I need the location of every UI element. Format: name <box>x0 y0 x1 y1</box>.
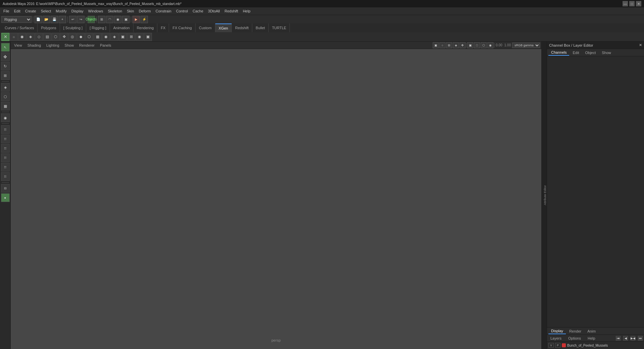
menu-select[interactable]: Select <box>39 8 53 14</box>
tab-polygons[interactable]: Polygons <box>38 23 60 32</box>
menu-display[interactable]: Display <box>69 8 86 14</box>
sculpt-btn[interactable]: ◉ <box>18 33 26 41</box>
wire-btn[interactable]: ⬡ <box>85 33 93 41</box>
paint-tool[interactable]: ▦ <box>1 102 10 110</box>
tab-rigging[interactable]: [ Rigging ] <box>86 23 110 32</box>
vertex-mode[interactable]: ☷ <box>1 135 10 143</box>
component-mode[interactable]: ☷ <box>1 125 10 134</box>
tab-edit[interactable]: Edit <box>570 50 582 55</box>
vp-renderer-menu[interactable]: Renderer <box>77 43 97 48</box>
close-button[interactable]: ✕ <box>636 1 641 6</box>
layer-visibility-v[interactable]: V <box>548 343 554 348</box>
snap-grid-btn[interactable]: ⊞ <box>98 16 105 23</box>
open-btn[interactable]: 📂 <box>43 16 50 23</box>
options-menu[interactable]: Options <box>566 336 583 341</box>
maximize-button[interactable]: □ <box>629 1 635 6</box>
color-space-select[interactable]: sRGB gamma <box>512 43 540 48</box>
blur-btn[interactable]: ◉ <box>102 33 110 41</box>
vp-icon5[interactable]: ✥ <box>460 42 466 48</box>
tab-show[interactable]: Show <box>599 50 614 55</box>
spray-btn[interactable]: ▣ <box>144 33 152 41</box>
vp-icon9[interactable]: ◉ <box>487 42 493 48</box>
viewport[interactable]: View Shading Lighting Show Renderer Pane… <box>11 42 541 349</box>
tab-turtle[interactable]: TURTLE <box>269 23 290 32</box>
vp-icon6[interactable]: ▣ <box>467 42 473 48</box>
layer-color-swatch[interactable] <box>562 343 566 347</box>
color-btn[interactable]: ■ <box>1 193 10 202</box>
vp-show-menu[interactable]: Show <box>63 43 76 48</box>
menu-edit[interactable]: Edit <box>12 8 22 14</box>
channel-box-close[interactable]: ✕ <box>639 43 642 47</box>
help-menu[interactable]: Help <box>586 336 597 341</box>
displace-btn[interactable]: ◆ <box>77 33 85 41</box>
new-scene-btn[interactable]: 📄 <box>35 16 42 23</box>
ipr-btn[interactable]: ⚡ <box>141 16 148 23</box>
menu-skeleton[interactable]: Skeleton <box>106 8 124 14</box>
snap-curve-btn[interactable]: ◠ <box>106 16 113 23</box>
scale-tool[interactable]: ⊞ <box>1 71 10 80</box>
menu-constrain[interactable]: Constrain <box>154 8 173 14</box>
flatten-btn[interactable]: ▤ <box>43 33 51 41</box>
undo-btn[interactable]: ↩ <box>69 16 76 23</box>
vp-icon7[interactable]: □ <box>474 42 480 48</box>
snap-tool[interactable]: ◈ <box>1 83 10 92</box>
layer-nav-last[interactable]: ⏭ <box>638 336 643 341</box>
vp-icon1[interactable]: ▣ <box>433 42 439 48</box>
tab-xgen[interactable]: XGen <box>215 23 232 32</box>
layer-nav-next-prev[interactable]: ▶◀ <box>631 336 635 341</box>
layer-btn[interactable]: ▦ <box>94 33 102 41</box>
erase-btn[interactable]: ⊞ <box>127 33 135 41</box>
subtab-anim[interactable]: Anim <box>585 329 598 334</box>
select-tool-btn[interactable]: ✕ <box>1 33 9 41</box>
viewport-3d-area[interactable]: X Y Z persp <box>11 49 541 349</box>
vp-view-menu[interactable]: View <box>12 43 24 48</box>
vp-shading-menu[interactable]: Shading <box>25 43 43 48</box>
edge-mode[interactable]: ☷ <box>1 144 10 153</box>
lasso-select[interactable]: ◉ <box>1 113 10 122</box>
vp-lighting-menu[interactable]: Lighting <box>44 43 61 48</box>
menu-deform[interactable]: Deform <box>137 8 153 14</box>
vp-icon2[interactable]: ○ <box>439 42 445 48</box>
subtab-display[interactable]: Display <box>548 328 566 334</box>
menu-3dtoall[interactable]: 3DtoAll <box>206 8 222 14</box>
menu-skin[interactable]: Skin <box>125 8 136 14</box>
tab-bullet[interactable]: Bullet <box>252 23 269 32</box>
project-btn[interactable]: ▣ <box>119 33 127 41</box>
menu-file[interactable]: File <box>1 8 11 14</box>
uv-mode[interactable]: ☷ <box>1 163 10 171</box>
save-inc-btn[interactable]: + <box>59 16 66 23</box>
grab-btn[interactable]: ✥ <box>60 33 68 41</box>
menu-redshift[interactable]: Redshift <box>223 8 240 14</box>
subtab-render[interactable]: Render <box>567 329 584 334</box>
pinch-btn[interactable]: ◇ <box>35 33 43 41</box>
snap-view-btn[interactable]: ▣ <box>122 16 129 23</box>
vp-panels-menu[interactable]: Panels <box>98 43 113 48</box>
vp-icon8[interactable]: ⬡ <box>481 42 487 48</box>
multi-mode[interactable]: ☷ <box>1 172 10 181</box>
menu-create[interactable]: Create <box>23 8 38 14</box>
tab-custom[interactable]: Custom <box>196 23 215 32</box>
minimize-button[interactable]: — <box>623 1 628 6</box>
layer-visibility-p[interactable]: P <box>555 343 560 348</box>
face-mode[interactable]: ☷ <box>1 153 10 162</box>
tab-sculpting[interactable]: [ Sculpting ] <box>60 23 86 32</box>
soft-select[interactable]: ⬡ <box>1 92 10 101</box>
save-btn[interactable]: 💾 <box>51 16 58 23</box>
contrast-btn[interactable]: ◎ <box>68 33 76 41</box>
menu-help[interactable]: Help <box>241 8 253 14</box>
menu-control[interactable]: Control <box>174 8 190 14</box>
tab-channels[interactable]: Channels <box>548 50 569 56</box>
smear-btn[interactable]: ◉ <box>136 33 144 41</box>
tab-animation[interactable]: Animation <box>110 23 133 32</box>
paint-tool-btn[interactable]: ○ <box>10 33 18 41</box>
layers-menu[interactable]: Layers <box>548 336 564 341</box>
layer-nav-first[interactable]: ⏮ <box>616 336 621 341</box>
objects-btn[interactable]: Objects <box>88 16 95 23</box>
menu-modify[interactable]: Modify <box>54 8 68 14</box>
snap-point-btn[interactable]: ◉ <box>114 16 121 23</box>
vp-icon3[interactable]: ⊞ <box>446 42 452 48</box>
tab-fx[interactable]: FX <box>157 23 169 32</box>
show-grid[interactable]: ⊟ <box>1 184 10 193</box>
rotate-tool[interactable]: ↻ <box>1 62 10 70</box>
redo-btn[interactable]: ↪ <box>77 16 85 23</box>
